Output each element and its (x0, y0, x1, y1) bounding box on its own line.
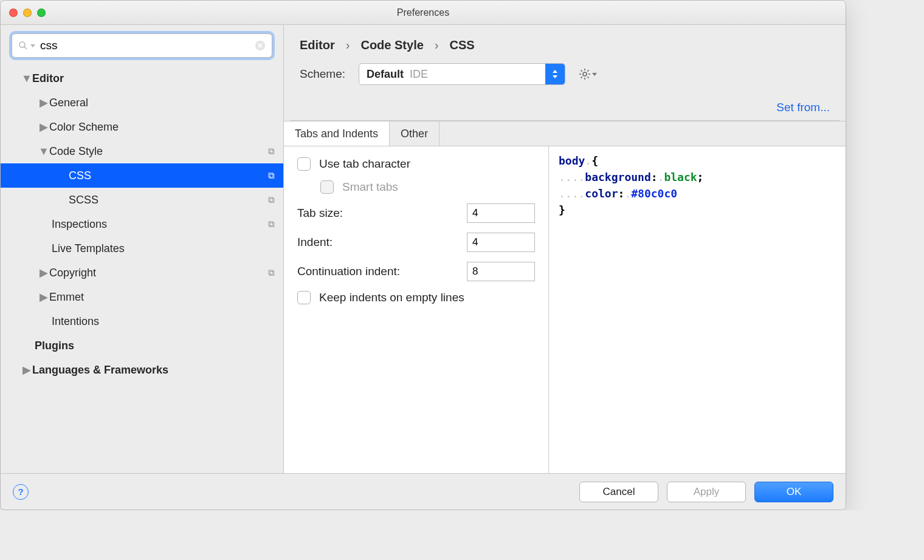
close-icon[interactable] (9, 9, 18, 17)
svg-line-11 (581, 70, 582, 72)
gear-icon (579, 68, 591, 80)
scheme-actions-button[interactable] (579, 68, 597, 80)
scope-icon: ⧉ (268, 146, 275, 157)
settings-tree: ▼ Editor ▶ General ▶ Color Scheme ▼ Code… (1, 64, 283, 473)
scheme-select[interactable]: Default IDE (359, 63, 565, 85)
chevron-down-icon: ▼ (21, 72, 32, 85)
field-label: Tab size: (297, 207, 467, 220)
breadcrumb: Editor › Code Style › CSS (284, 25, 846, 57)
tree-item-copyright[interactable]: ▶ Copyright ⧉ (1, 261, 283, 285)
help-button[interactable]: ? (13, 484, 29, 500)
scope-icon: ⧉ (268, 170, 275, 181)
search-input[interactable] (39, 38, 255, 53)
minimize-icon[interactable] (23, 9, 32, 17)
tab-bar: Tabs and Indents Other (284, 121, 846, 146)
footer: ? Cancel Apply OK (1, 473, 846, 510)
breadcrumb-item[interactable]: Code Style (360, 38, 423, 52)
indent-form: Use tab character Smart tabs Tab size: I… (284, 146, 549, 473)
tree-label: Plugins (35, 340, 275, 352)
tree-label: Intentions (52, 315, 275, 328)
chevron-right-icon: ▶ (21, 363, 32, 377)
svg-line-14 (587, 70, 588, 72)
tab-tabs-indents[interactable]: Tabs and Indents (284, 121, 390, 146)
tab-content: Use tab character Smart tabs Tab size: I… (284, 146, 846, 473)
svg-marker-15 (592, 73, 597, 76)
tree-item-languages-frameworks[interactable]: ▶ Languages & Frameworks (1, 358, 283, 382)
tree-item-code-style[interactable]: ▼ Code Style ⧉ (1, 139, 283, 163)
checkbox-icon (297, 157, 311, 171)
tab-other[interactable]: Other (390, 121, 440, 146)
chevron-right-icon: ▶ (38, 266, 49, 279)
checkbox-label: Smart tabs (342, 180, 398, 194)
tree-label: General (49, 97, 275, 109)
chevron-right-icon: ▶ (38, 96, 49, 109)
scheme-name: Default (367, 68, 404, 81)
svg-point-6 (583, 72, 587, 76)
tree-label: Copyright (49, 267, 268, 279)
checkbox-icon (320, 180, 334, 194)
tree-item-intentions[interactable]: Intentions (1, 309, 283, 333)
tree-label: Emmet (49, 291, 275, 304)
ok-button[interactable]: OK (754, 482, 833, 502)
tab-size-input[interactable] (467, 203, 535, 223)
tree-item-plugins[interactable]: Plugins (1, 333, 283, 358)
checkbox-icon (297, 291, 311, 304)
tree-label: Color Scheme (49, 121, 275, 134)
chevron-right-icon: ▶ (38, 120, 49, 134)
tree-item-color-scheme[interactable]: ▶ Color Scheme (1, 115, 283, 139)
tree-item-live-templates[interactable]: Live Templates (1, 236, 283, 261)
indent-field: Indent: (297, 233, 535, 252)
svg-line-1 (24, 47, 27, 49)
tree-item-editor[interactable]: ▼ Editor (1, 66, 283, 90)
svg-marker-5 (553, 75, 557, 78)
continuation-indent-input[interactable] (467, 262, 535, 281)
apply-button: Apply (667, 482, 746, 502)
continuation-indent-field: Continuation indent: (297, 262, 535, 281)
svg-point-0 (19, 42, 25, 47)
tree-label: SCSS (69, 194, 268, 207)
tree-label: Languages & Frameworks (32, 364, 275, 377)
keep-indents-checkbox[interactable]: Keep indents on empty lines (297, 291, 535, 304)
chevron-right-icon: › (346, 38, 350, 52)
chevron-down-icon: ▼ (38, 145, 49, 158)
cancel-button[interactable]: Cancel (579, 482, 658, 502)
window-title: Preferences (8, 7, 838, 18)
checkbox-label: Use tab character (319, 157, 410, 171)
titlebar: Preferences (1, 1, 846, 25)
scope-icon: ⧉ (268, 194, 275, 205)
tab-size-field: Tab size: (297, 203, 535, 223)
indent-input[interactable] (467, 233, 535, 252)
search-icon (18, 41, 28, 50)
breadcrumb-item[interactable]: Editor (300, 38, 335, 52)
tree-item-general[interactable]: ▶ General (1, 90, 283, 115)
code-preview: body.{ ....background:.black; ....color:… (549, 146, 846, 473)
scheme-row: Scheme: Default IDE (284, 57, 846, 98)
zoom-icon[interactable] (37, 9, 46, 17)
sidebar: ▼ Editor ▶ General ▶ Color Scheme ▼ Code… (1, 25, 284, 473)
smart-tabs-checkbox: Smart tabs (320, 180, 535, 194)
tree-label: CSS (69, 169, 268, 182)
use-tab-checkbox[interactable]: Use tab character (297, 157, 535, 171)
field-label: Continuation indent: (297, 265, 467, 278)
checkbox-label: Keep indents on empty lines (319, 291, 464, 304)
tree-label: Inspections (52, 218, 268, 231)
search-dropdown-icon[interactable] (30, 43, 35, 48)
scope-icon: ⧉ (268, 267, 275, 278)
tree-item-css[interactable]: CSS ⧉ (1, 163, 283, 188)
tree-label: Code Style (49, 145, 268, 158)
chevron-right-icon: › (435, 38, 439, 52)
breadcrumb-item: CSS (449, 38, 474, 52)
window-controls (9, 9, 46, 17)
clear-search-icon[interactable] (255, 40, 266, 51)
set-from-link[interactable]: Set from... (284, 98, 846, 120)
tree-item-emmet[interactable]: ▶ Emmet (1, 285, 283, 309)
dropdown-caret-icon (545, 64, 565, 84)
tree-label: Live Templates (52, 242, 275, 255)
tree-item-scss[interactable]: SCSS ⧉ (1, 188, 283, 212)
tree-item-inspections[interactable]: Inspections ⧉ (1, 212, 283, 236)
scope-icon: ⧉ (268, 219, 275, 230)
svg-line-12 (587, 77, 588, 78)
search-input-wrapper[interactable] (12, 33, 272, 58)
window-body: ▼ Editor ▶ General ▶ Color Scheme ▼ Code… (1, 25, 846, 473)
svg-marker-4 (553, 70, 557, 73)
